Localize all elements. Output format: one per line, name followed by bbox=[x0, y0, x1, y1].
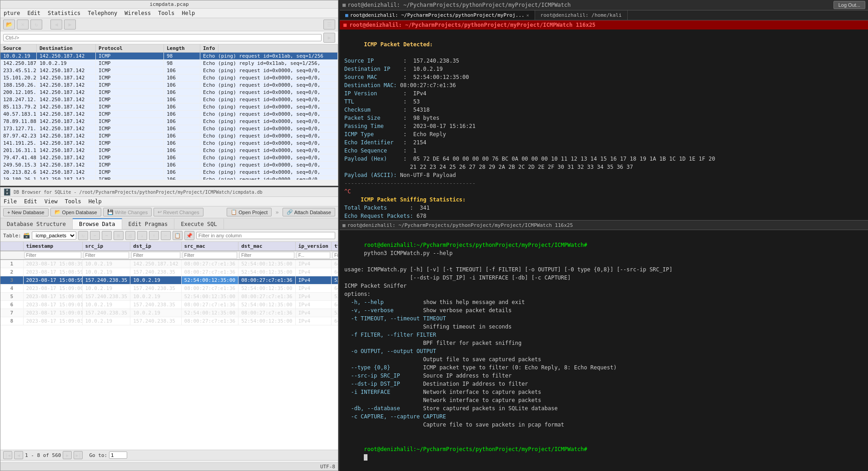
next-page-btn[interactable]: ▶ bbox=[63, 451, 72, 459]
browse-btn8[interactable]: 📋 bbox=[173, 231, 183, 240]
cursor-bottom bbox=[364, 454, 367, 461]
prev-page-btn[interactable]: ◀ bbox=[14, 451, 23, 459]
filter-any-column-input[interactable] bbox=[196, 232, 335, 239]
bottom-prompt-line: root@denizhalil:~/PycharmProjects/python… bbox=[344, 233, 863, 265]
col-ttl[interactable]: ttl bbox=[331, 242, 338, 251]
tab-browse-data[interactable]: Browse Data bbox=[73, 218, 122, 229]
packet-row[interactable]: 173.127.71.202 142.250.187.142 ICMP 106 … bbox=[0, 125, 338, 132]
ws-open-btn[interactable]: 📂 bbox=[3, 20, 15, 29]
packet-row[interactable]: 85.113.79.230 142.250.187.142 ICMP 106 E… bbox=[0, 103, 338, 111]
col-ip-version[interactable]: ip_version bbox=[295, 242, 331, 251]
db-menu-help[interactable]: Help bbox=[87, 198, 103, 205]
pkt-dst: 142.250.187.142 bbox=[37, 96, 96, 103]
table-row[interactable]: 5 2023-08-17 15:09:00 157.240.238.35 10.… bbox=[0, 293, 338, 301]
browse-btn1[interactable]: ⬅ bbox=[90, 231, 100, 240]
col-dst-mac[interactable]: dst_mac bbox=[238, 242, 296, 251]
packet-list[interactable]: 10.0.2.19 142.250.187.142 ICMP 98 Echo (… bbox=[0, 53, 338, 180]
table-row[interactable]: 7 2023-08-17 15:09:01 157.240.238.35 10.… bbox=[0, 309, 338, 317]
browse-btn6[interactable]: ↑ bbox=[149, 231, 159, 240]
menu-edit[interactable]: Edit bbox=[26, 10, 42, 17]
menu-wireless[interactable]: Wireless bbox=[123, 10, 152, 17]
last-page-btn[interactable]: ▶| bbox=[74, 451, 83, 459]
new-db-button[interactable]: + New Database bbox=[3, 208, 49, 216]
browse-btn3[interactable]: ⊞ bbox=[114, 231, 124, 240]
table-row[interactable]: 2 2023-08-17 15:08:59 10.0.2.19 157.240.… bbox=[0, 268, 338, 276]
ws-close-btn[interactable]: ✕ bbox=[17, 20, 29, 29]
packet-row[interactable]: 20.213.82.65 142.250.187.142 ICMP 106 Ec… bbox=[0, 169, 338, 176]
db-menu-edit[interactable]: Edit bbox=[23, 198, 39, 205]
table-row[interactable]: 8 2023-08-17 15:09:03 10.0.2.19 157.240.… bbox=[0, 317, 338, 325]
write-changes-button[interactable]: 💾 Write Changes bbox=[103, 208, 152, 216]
browse-refresh-btn[interactable]: ↻ bbox=[78, 231, 88, 240]
col-dst-ip[interactable]: dst_ip bbox=[130, 242, 181, 251]
col-timestamp[interactable]: timestamp bbox=[23, 242, 82, 251]
ws-filter-apply-btn[interactable]: ▶ bbox=[323, 33, 335, 43]
browse-btn7[interactable]: ✂ bbox=[161, 231, 171, 240]
revert-changes-button[interactable]: ↩ Revert Changes bbox=[154, 208, 203, 216]
ws-back-btn[interactable]: ◀ bbox=[50, 20, 62, 29]
filter-dst-mac[interactable] bbox=[239, 252, 294, 259]
filter-src-ip[interactable] bbox=[84, 252, 129, 259]
col-src-mac[interactable]: src_mac bbox=[181, 242, 238, 251]
packet-row[interactable]: 128.247.12.91 142.250.187.142 ICMP 106 E… bbox=[0, 96, 338, 103]
db-menu-view[interactable]: View bbox=[43, 198, 59, 205]
first-page-btn[interactable]: |◀ bbox=[3, 451, 12, 459]
packet-row[interactable]: 200.12.105.23 142.250.187.142 ICMP 106 E… bbox=[0, 89, 338, 96]
filter-ip-version[interactable] bbox=[297, 252, 330, 259]
logout-button[interactable]: Log Out... bbox=[833, 1, 865, 9]
col-src-ip[interactable]: src_ip bbox=[82, 242, 130, 251]
filter-timestamp[interactable] bbox=[25, 252, 81, 259]
packet-row[interactable]: 19.180.26.106 142.250.187.142 ICMP 106 E… bbox=[0, 176, 338, 180]
attach-db-button[interactable]: 🔗 Attach Database bbox=[283, 208, 335, 216]
filter-src-mac[interactable] bbox=[183, 252, 238, 259]
packet-row[interactable]: 141.191.25.187 142.250.187.142 ICMP 106 … bbox=[0, 140, 338, 147]
packet-row[interactable]: 142.250.187.142 10.0.2.19 ICMP 98 Echo (… bbox=[0, 60, 338, 67]
open-db-button[interactable]: 📂 Open Database bbox=[50, 208, 101, 216]
table-row[interactable]: 4 2023-08-17 15:09:00 10.0.2.19 157.240.… bbox=[0, 285, 338, 293]
menu-telephony[interactable]: Telephony bbox=[86, 10, 119, 17]
db-menu-file[interactable]: File bbox=[2, 198, 18, 205]
browse-btn2[interactable]: ➡ bbox=[102, 231, 112, 240]
packet-row[interactable]: 40.57.183.19 142.250.187.142 ICMP 106 Ec… bbox=[0, 111, 338, 118]
packet-row[interactable]: 233.45.51.202 142.250.187.142 ICMP 106 E… bbox=[0, 67, 338, 74]
terminal-tab-2[interactable]: root@denizhalil: /home/kali bbox=[535, 10, 628, 20]
packet-row[interactable]: 79.47.41.48 142.250.187.142 ICMP 106 Ech… bbox=[0, 154, 338, 162]
pkt-len: 106 bbox=[164, 118, 200, 125]
terminal-bottom-content: root@denizhalil:~/PycharmProjects/python… bbox=[340, 230, 868, 471]
pkt-info: Echo (ping) request id=0x0000, seq=0/0, bbox=[200, 176, 338, 180]
pkt-proto: ICMP bbox=[96, 118, 164, 125]
packet-row[interactable]: 10.0.2.19 142.250.187.142 ICMP 98 Echo (… bbox=[0, 53, 338, 60]
ws-forward-btn[interactable]: ▶ bbox=[64, 20, 76, 29]
packet-row[interactable]: 249.50.15.30 142.250.187.142 ICMP 106 Ec… bbox=[0, 162, 338, 169]
table-row[interactable]: 3 2023-08-17 15:08:59 157.240.238.35 10.… bbox=[0, 276, 338, 285]
browse-btn4[interactable]: 🖨 bbox=[125, 231, 135, 240]
ws-columns-btn[interactable]: ☰ bbox=[323, 20, 335, 29]
terminal-tab-1[interactable]: ■ root@denizhalil: ~/PycharmProjects/pyt… bbox=[340, 10, 535, 20]
filter-dst-ip[interactable] bbox=[131, 252, 180, 259]
menu-capture[interactable]: pture bbox=[2, 10, 21, 17]
packet-row[interactable]: 87.97.42.230 142.250.187.142 ICMP 106 Ec… bbox=[0, 132, 338, 140]
filter-ttl[interactable] bbox=[332, 252, 338, 259]
browse-btn9[interactable]: 📌 bbox=[184, 231, 194, 240]
tab-database-structure[interactable]: Database Structure bbox=[0, 218, 73, 229]
packet-row[interactable]: 201.16.31.141 142.250.187.142 ICMP 106 E… bbox=[0, 147, 338, 154]
tab-execute-sql[interactable]: Execute SQL bbox=[174, 218, 223, 229]
table-row[interactable]: 6 2023-08-17 15:09:01 10.0.2.19 157.240.… bbox=[0, 301, 338, 309]
db-menu-tools[interactable]: Tools bbox=[64, 198, 83, 205]
tab-edit-pragmas[interactable]: Edit Pragmas bbox=[122, 218, 175, 229]
ws-reload-btn[interactable]: ↻ bbox=[30, 20, 42, 29]
table-select[interactable]: icmp_packets bbox=[32, 231, 76, 240]
tab1-close[interactable]: ✕ bbox=[526, 13, 529, 18]
browse-btn5[interactable]: ↓ bbox=[137, 231, 147, 240]
open-project-button[interactable]: 📋 Open Project bbox=[227, 208, 272, 216]
packet-row[interactable]: 78.89.11.88 142.250.187.142 ICMP 106 Ech… bbox=[0, 118, 338, 125]
goto-input[interactable] bbox=[109, 451, 127, 459]
packet-row[interactable]: 188.150.26.232 142.250.187.142 ICMP 106 … bbox=[0, 82, 338, 89]
menu-help[interactable]: Help bbox=[180, 10, 196, 17]
menu-tools[interactable]: Tools bbox=[157, 10, 176, 17]
table-row[interactable]: 1 2023-08-17 15:08:39 10.0.2.19 142.250.… bbox=[0, 260, 338, 268]
wireshark-filter-input[interactable] bbox=[3, 34, 322, 41]
cell-dst-ip: 142.250.187.142 bbox=[130, 260, 181, 268]
packet-row[interactable]: 15.101.20.241 142.250.187.142 ICMP 106 E… bbox=[0, 74, 338, 82]
menu-statistics[interactable]: Statistics bbox=[46, 10, 82, 17]
